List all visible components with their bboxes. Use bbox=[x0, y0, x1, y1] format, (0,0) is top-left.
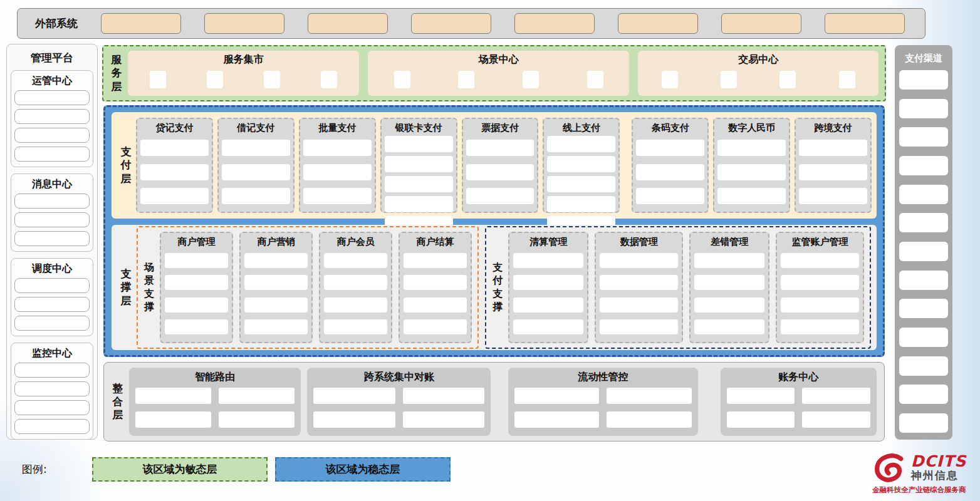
scenario-module-node bbox=[404, 275, 467, 290]
payment-module-node bbox=[222, 188, 290, 204]
payment-module-node bbox=[222, 140, 290, 156]
payment-category-items bbox=[222, 136, 290, 208]
integration-module-node bbox=[514, 411, 599, 428]
payment-support-category: 监管账户管理 bbox=[776, 232, 864, 343]
payment-support-module-node bbox=[781, 319, 859, 334]
payment-module-node bbox=[303, 140, 372, 156]
dcits-logo-name: DCITS bbox=[911, 453, 966, 469]
service-module-node bbox=[839, 71, 855, 88]
payment-module-node bbox=[466, 164, 534, 180]
payment-category-title: 贷记支付 bbox=[140, 120, 209, 136]
service-module-node bbox=[394, 71, 410, 88]
legend: 图例: 该区域为敏态层 该区域为稳态层 bbox=[22, 457, 458, 482]
payment-module-node bbox=[717, 188, 786, 204]
payment-channels-panel: 支付渠道 bbox=[895, 45, 952, 440]
management-module-node bbox=[14, 316, 90, 331]
payment-module-node bbox=[140, 188, 209, 204]
payment-support-module-node bbox=[694, 275, 764, 290]
legend-stable-layer: 该区域为稳态层 bbox=[275, 457, 451, 482]
external-system-node bbox=[721, 13, 801, 34]
scenario-category-items bbox=[404, 249, 467, 338]
payment-support-module-node bbox=[781, 275, 859, 290]
integration-layer-groups: 智能路由 跨系统集中对账 bbox=[129, 368, 877, 436]
service-group: 交易中心 bbox=[638, 51, 878, 96]
payment-channel-node bbox=[899, 328, 948, 347]
payment-support-category-items bbox=[694, 249, 764, 338]
management-section-title: 消息中心 bbox=[14, 176, 90, 194]
integration-module-node bbox=[403, 411, 484, 428]
payment-module-node bbox=[385, 156, 453, 172]
payment-channel-node bbox=[899, 99, 948, 118]
external-system-node bbox=[618, 13, 698, 34]
payment-channel-node bbox=[899, 356, 948, 376]
integration-module-node bbox=[802, 388, 870, 404]
payment-channel-node bbox=[899, 156, 948, 175]
payment-category: 线上支付 bbox=[543, 118, 620, 213]
payment-category: 条码支付 bbox=[632, 118, 709, 213]
integration-layer: 整合层 智能路由 bbox=[103, 362, 885, 442]
service-module-node bbox=[523, 71, 539, 88]
management-module-node bbox=[14, 194, 90, 209]
integration-group-items bbox=[727, 385, 870, 431]
integration-group-items bbox=[313, 385, 484, 431]
payment-module-node bbox=[140, 164, 209, 180]
service-group-items bbox=[133, 66, 354, 92]
management-module-node bbox=[14, 400, 90, 415]
management-module-node bbox=[14, 278, 90, 293]
payment-channel-node bbox=[899, 385, 948, 404]
payment-module-node bbox=[636, 164, 704, 180]
payment-support-label: 支付支撑 bbox=[492, 261, 503, 313]
payment-support-module-node bbox=[513, 319, 583, 334]
payment-module-node bbox=[303, 188, 372, 204]
integration-module-node bbox=[219, 411, 295, 428]
payment-category: 票据支付 bbox=[462, 118, 539, 213]
integration-group: 流动性管控 bbox=[508, 368, 697, 436]
payment-support-category-title: 差错管理 bbox=[694, 234, 764, 249]
scenario-category-title: 商户结算 bbox=[404, 234, 467, 249]
external-system-node bbox=[411, 13, 491, 34]
integration-group: 跨系统集中对账 bbox=[307, 368, 491, 436]
management-section-items bbox=[14, 278, 90, 331]
payment-support-module-node bbox=[600, 253, 678, 268]
payment-module-node bbox=[717, 140, 786, 156]
payment-module-node bbox=[547, 156, 615, 172]
integration-group-title: 跨系统集中对账 bbox=[313, 369, 484, 385]
payment-layer-columns: 贷记支付 借记支付 bbox=[136, 118, 872, 213]
scenario-module-node bbox=[324, 319, 387, 334]
scenario-support-category: 商户管理 bbox=[160, 232, 233, 343]
payment-support-module-node bbox=[694, 297, 764, 312]
payment-support-module-node bbox=[694, 253, 764, 268]
service-group: 场景中心 bbox=[368, 51, 629, 96]
scenario-category-items bbox=[244, 249, 308, 338]
integration-group-title: 流动性管控 bbox=[514, 369, 691, 385]
integration-module-node bbox=[313, 411, 395, 428]
scenario-category-items bbox=[324, 249, 387, 338]
payment-channels-list bbox=[899, 70, 948, 433]
payment-support-category: 数据管理 bbox=[595, 232, 683, 343]
management-section: 调度中心 bbox=[11, 258, 93, 336]
payment-support-module-node bbox=[600, 297, 678, 312]
payment-module-node bbox=[385, 136, 453, 152]
scenario-module-node bbox=[244, 275, 308, 290]
integration-layer-label: 整合层 bbox=[112, 382, 124, 422]
scenario-support-box: 场景支撑 商户管理 bbox=[137, 226, 479, 349]
management-section: 消息中心 bbox=[11, 173, 93, 252]
service-module-node bbox=[662, 71, 678, 88]
payment-channel-node bbox=[899, 70, 948, 90]
payment-category-title: 条码支付 bbox=[636, 120, 704, 136]
support-layer: 支撑层 场景支撑 商户管理 bbox=[112, 225, 877, 350]
scenario-module-node bbox=[165, 253, 228, 268]
external-system-node bbox=[204, 13, 284, 34]
payment-category-items bbox=[140, 136, 209, 208]
payment-channel-node bbox=[899, 127, 948, 147]
payment-module-node bbox=[547, 136, 615, 152]
payment-module-node bbox=[636, 140, 704, 156]
integration-group-title: 智能路由 bbox=[135, 369, 295, 385]
integration-module-node bbox=[135, 411, 211, 428]
management-module-node bbox=[14, 231, 90, 246]
payment-module-node bbox=[799, 140, 867, 156]
payment-category-title: 借记支付 bbox=[222, 120, 290, 136]
payment-support-module-node bbox=[513, 253, 583, 268]
integration-module-node bbox=[135, 388, 211, 404]
service-layer-label: 服务层 bbox=[110, 53, 123, 93]
